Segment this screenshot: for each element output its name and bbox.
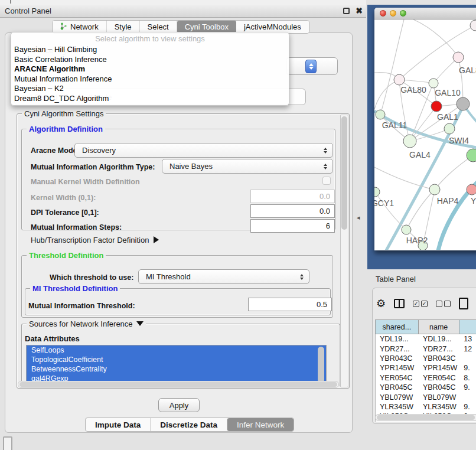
- tab-impute-data[interactable]: Impute Data: [86, 418, 151, 431]
- kernel-width-label: Kernel Width (0,1):: [31, 194, 96, 202]
- table-cell: YDL19...: [376, 335, 419, 343]
- gear-icon[interactable]: ⚙: [376, 298, 386, 309]
- mi-threshold-definition-title: MI Threshold Definition: [30, 284, 120, 293]
- tab-cyni-toolbox[interactable]: Cyni Toolbox: [177, 21, 236, 33]
- stepper-icon: [321, 164, 330, 169]
- table-cell: YLR345W: [419, 403, 459, 411]
- close-icon[interactable]: ✖: [356, 6, 363, 15]
- tab-jactivemnodules[interactable]: jActiveMNodules: [236, 21, 309, 33]
- network-edge[interactable]: [435, 155, 473, 190]
- node-label: HAP2: [406, 236, 428, 245]
- attribute-item[interactable]: BetweennessCentrality: [27, 364, 326, 374]
- floating-panel-icon[interactable]: [3, 436, 12, 450]
- table-cell: 8.: [459, 374, 476, 382]
- table-header-row: shared...name: [375, 319, 476, 334]
- network-edge[interactable]: [413, 19, 458, 57]
- tab-style[interactable]: Style: [107, 21, 140, 33]
- manual-kernel-label: Manual Kernel Width Definition: [31, 178, 140, 186]
- table-hscroll-thumb[interactable]: [377, 415, 475, 420]
- node-gal11[interactable]: [376, 110, 385, 119]
- network-graph: GAL8GAL80GAL10GAL1GAL11GAL4SWI4HAP4YGCY1…: [374, 19, 476, 250]
- node-gray[interactable]: [457, 97, 470, 110]
- node-gcy1[interactable]: [374, 187, 380, 197]
- dropdown-item[interactable]: ARACNE Algorithm: [11, 64, 289, 74]
- node-swi4[interactable]: [467, 149, 476, 162]
- zoom-traffic-light[interactable]: [400, 10, 406, 17]
- dropdown-item[interactable]: Mutual Information Inference: [11, 74, 289, 84]
- deselect-all-icon[interactable]: [436, 301, 451, 307]
- network-edge[interactable]: [380, 19, 404, 115]
- table-column-header[interactable]: name: [419, 320, 459, 334]
- aracne-mode-select[interactable]: Discovery: [74, 143, 333, 158]
- node-top-right[interactable]: [470, 20, 476, 31]
- table-row[interactable]: YPR145WYPR145W9.: [376, 363, 476, 373]
- settings-scroll-thumb[interactable]: [341, 116, 347, 230]
- table-row[interactable]: YDR27...YDR27...12: [376, 344, 476, 353]
- table-row[interactable]: YLR345WYLR345W9.: [376, 402, 476, 412]
- manual-kernel-checkbox[interactable]: [322, 177, 331, 185]
- tab-infer-network[interactable]: Infer Network: [227, 418, 294, 431]
- minimize-traffic-light[interactable]: [390, 10, 396, 17]
- tab-discretize-data[interactable]: Discretize Data: [151, 418, 227, 431]
- table-cell: YPR145W: [376, 364, 419, 372]
- table-cell: YBR045C: [419, 383, 459, 392]
- table-row[interactable]: YBR045CYBR045C9.: [376, 383, 476, 392]
- kernel-width-field[interactable]: 0.0: [250, 190, 335, 203]
- node-gal8[interactable]: [453, 52, 464, 63]
- float-window-icon[interactable]: [343, 8, 350, 14]
- attribute-item[interactable]: TopologicalCoefficient: [27, 355, 326, 364]
- table-cell: YBR045C: [376, 383, 419, 392]
- dropdown-item[interactable]: Basic Correlation Inference: [11, 55, 289, 65]
- attribute-item[interactable]: SelfLoops: [27, 345, 326, 355]
- settings-hscroll-thumb[interactable]: [19, 382, 337, 387]
- table-panel: ⚙ ✓✓ shared...name YDL19...YDL19...13YDR…: [372, 288, 476, 424]
- settings-vertical-scrollbar[interactable]: [340, 115, 348, 387]
- table-cell: 9.: [459, 403, 476, 411]
- table-row[interactable]: YER054CYER054C8.: [376, 373, 476, 383]
- dropdown-item[interactable]: Dream8 DC_TDC Algorithm: [11, 94, 289, 104]
- node-gal1[interactable]: [444, 123, 455, 134]
- table-horizontal-scrollbar[interactable]: [375, 414, 476, 421]
- select-all-icon[interactable]: ✓✓: [413, 301, 428, 307]
- mi-threshold-field[interactable]: 0.5: [248, 298, 332, 311]
- close-traffic-light[interactable]: [380, 10, 386, 17]
- app-root: Control Panel ✖ Network Style Select Cyn…: [0, 0, 476, 450]
- settings-horizontal-scrollbar[interactable]: [18, 381, 339, 388]
- hub-definition-expander[interactable]: Hub/Transcription Factor Definition: [31, 236, 159, 244]
- threshold-definition-title: Threshold Definition: [27, 251, 106, 260]
- network-window[interactable]: GAL8GAL80GAL10GAL1GAL11GAL4SWI4HAP4YGCY1…: [374, 8, 476, 250]
- table-column-header[interactable]: [459, 320, 476, 334]
- export-table-icon[interactable]: [459, 298, 468, 309]
- apply-button[interactable]: Apply: [158, 398, 200, 412]
- dropdown-item[interactable]: Bayesian – Hill Climbing: [11, 45, 289, 55]
- dpi-tolerance-field[interactable]: 0.0: [250, 204, 335, 218]
- node-salmon[interactable]: [467, 184, 476, 195]
- table-row[interactable]: YDL19...YDL19...13: [376, 334, 476, 344]
- node-gal10[interactable]: [429, 79, 438, 88]
- node-red[interactable]: [431, 101, 442, 112]
- dropdown-item[interactable]: Bayesian – K2: [11, 84, 289, 94]
- table-row[interactable]: YBL079WYBL079W: [376, 392, 476, 402]
- mi-steps-label: Mutual Information Steps:: [31, 223, 122, 231]
- attribute-list-scroll-thumb[interactable]: [318, 347, 324, 383]
- node-label: GAL4: [409, 150, 431, 159]
- mi-steps-field[interactable]: 6: [250, 219, 335, 233]
- table-column-header[interactable]: shared...: [376, 320, 419, 334]
- network-window-titlebar[interactable]: [374, 8, 476, 19]
- network-canvas[interactable]: GAL8GAL80GAL10GAL1GAL11GAL4SWI4HAP4YGCY1…: [374, 19, 476, 250]
- algorithm-combobox-fragment[interactable]: [286, 57, 338, 75]
- panel-splitter-collapse-icon[interactable]: ◂: [357, 214, 360, 221]
- node-gal4[interactable]: [403, 135, 416, 148]
- node-hap2[interactable]: [402, 225, 411, 234]
- node-label: GAL8: [459, 66, 476, 75]
- data-attributes-list[interactable]: SelfLoopsTopologicalCoefficientBetweenne…: [26, 345, 327, 386]
- tab-select[interactable]: Select: [140, 21, 177, 33]
- node-gal80[interactable]: [394, 74, 405, 85]
- table-row[interactable]: YBR043CYBR043C: [376, 354, 476, 363]
- mi-type-select[interactable]: Naive Bayes: [162, 159, 333, 174]
- column-layout-icon[interactable]: [394, 299, 405, 308]
- network-edge[interactable]: [374, 80, 399, 109]
- tab-network[interactable]: Network: [53, 21, 107, 33]
- node-hap4[interactable]: [429, 184, 440, 195]
- which-threshold-select[interactable]: MI Threshold: [138, 269, 309, 284]
